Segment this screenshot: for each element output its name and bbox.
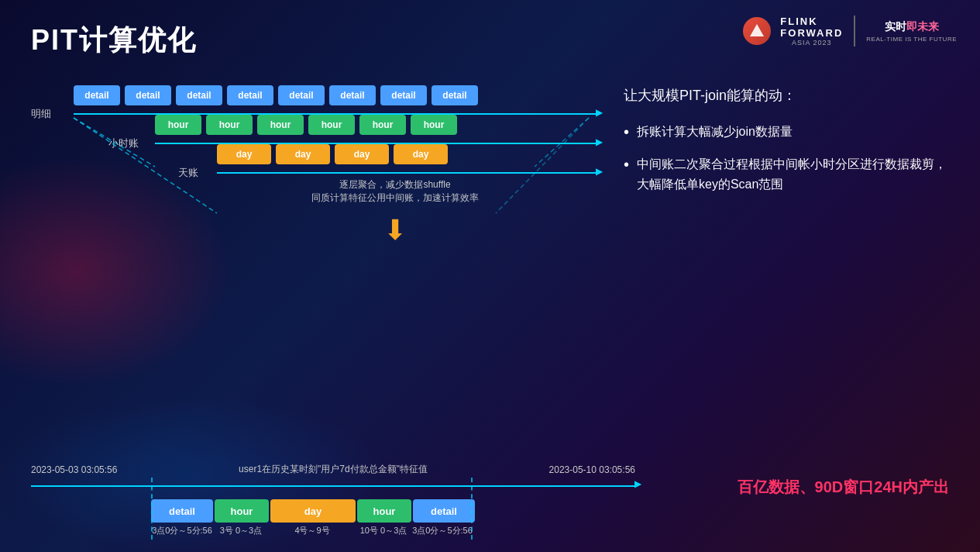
day-box-3: day: [335, 144, 389, 164]
bottom-section: 2023-05-03 03:05:56 user1在历史某时刻"用户7d付款总金…: [31, 463, 635, 536]
hour-box-3: hour: [257, 115, 304, 135]
logo-divider: [854, 16, 855, 47]
bullet-item-1: • 拆账计算大幅减少join数据量: [624, 122, 949, 142]
dashed-v-right: [471, 478, 473, 540]
detail-box-3: detail: [176, 85, 222, 105]
detail-box-5: detail: [278, 85, 325, 105]
right-panel-title: 让大规模PIT-join能算的动：: [624, 85, 949, 106]
down-arrow: ⬇: [186, 214, 604, 247]
bottom-box-day: day: [270, 499, 356, 523]
bottom-box-detail-1: detail: [151, 499, 213, 523]
realtime-cn-text: 实时即未来: [885, 20, 939, 34]
detail-box-row: detail detail detail detail detail detai…: [74, 85, 604, 105]
day-row: 天账 ▶ day day day day: [31, 144, 604, 164]
date-right: 2023-05-10 03:05:56: [549, 464, 635, 475]
bullet-text-1: 拆账计算大幅减少join数据量: [637, 122, 793, 142]
bullet-item-2: • 中间账二次聚合过程根据中间帐小时分区进行数据裁剪，大幅降低单key的Scan…: [624, 154, 949, 194]
detail-box-1: detail: [74, 85, 120, 105]
day-box-4: day: [394, 144, 448, 164]
hour-box-1: hour: [155, 115, 201, 135]
flink-text-block: FLINKFORWARD ASIA 2023: [780, 16, 843, 47]
timeline-desc-text: user1在历史某时刻"用户7d付款总金额"特征值: [239, 463, 428, 476]
bullet-dot-2: •: [624, 154, 629, 174]
bottom-box-hour-2: hour: [357, 499, 411, 523]
realtime-en-text: REAL-TIME IS THE FUTURE: [866, 36, 957, 43]
bottom-labels-row: 3点0分～5分:56 3号 0～3点 4号～9号 10号 0～3点 3点0分～5…: [151, 525, 635, 536]
detail-row: 明细 ▶ detail detail detail detail detail …: [31, 85, 604, 105]
highlight-text: 百亿数据、90D窗口24H内产出: [738, 477, 949, 498]
detail-box-6: detail: [329, 85, 376, 105]
hour-box-5: hour: [359, 115, 406, 135]
hour-row: 小时账 ▶ hour hour hour hour hour hour: [31, 115, 604, 135]
detail-box-2: detail: [125, 85, 171, 105]
day-box-2: day: [276, 144, 330, 164]
flink-sub-text: ASIA 2023: [792, 39, 832, 47]
bullet-text-2: 中间账二次聚合过程根据中间帐小时分区进行数据裁剪，大幅降低单key的Scan范围: [637, 154, 949, 194]
dashed-v-left: [151, 478, 153, 540]
sub-text-2: 同质计算特征公用中间账，加速计算效率: [186, 191, 604, 205]
bottom-label-5: 3点0分～5分:56: [411, 525, 473, 536]
bottom-box-detail-2: detail: [413, 499, 475, 523]
timeline-header: 2023-05-03 03:05:56 user1在历史某时刻"用户7d付款总金…: [31, 463, 635, 476]
bottom-arrow-line: ▶: [31, 485, 635, 487]
page-title: PIT计算优化: [31, 22, 197, 60]
detail-box-4: detail: [227, 85, 273, 105]
bottom-label-1: 3点0分～5分:56: [151, 525, 213, 536]
bottom-boxes-row: detail hour day hour detail: [151, 499, 635, 523]
flink-forward-text: FLINKFORWARD: [780, 16, 843, 39]
bottom-box-hour-1: hour: [215, 499, 269, 523]
detail-box-7: detail: [380, 85, 427, 105]
bottom-arrow-container: ▶: [31, 479, 635, 492]
bottom-label-4: 10号 0～3点: [356, 525, 411, 536]
realtime-block: 实时即未来 REAL-TIME IS THE FUTURE: [866, 20, 957, 43]
sub-text-block: 逐层聚合，减少数据shuffle 同质计算特征公用中间账，加速计算效率: [186, 178, 604, 205]
hour-box-6: hour: [411, 115, 457, 135]
hour-box-2: hour: [206, 115, 253, 135]
label-day: 天账: [178, 166, 198, 180]
day-arrow-line: ▶: [217, 172, 597, 174]
hour-box-row: hour hour hour hour hour hour: [155, 115, 604, 135]
bottom-label-3: 4号～9号: [269, 525, 356, 536]
logo-area: FLINKFORWARD ASIA 2023 实时即未来 REAL-TIME I…: [743, 16, 957, 47]
bottom-label-2: 3号 0～3点: [213, 525, 269, 536]
day-box-1: day: [217, 144, 271, 164]
hour-box-4: hour: [308, 115, 355, 135]
day-box-row: day day day day: [217, 144, 604, 164]
bullet-dot-1: •: [624, 122, 629, 142]
right-panel: 让大规模PIT-join能算的动： • 拆账计算大幅减少join数据量 • 中间…: [624, 85, 949, 206]
flink-logo-icon: [743, 17, 771, 45]
detail-box-8: detail: [432, 85, 478, 105]
sub-text-1: 逐层聚合，减少数据shuffle: [186, 178, 604, 191]
top-diagram: 明细 ▶ detail detail detail detail detail …: [31, 78, 604, 247]
date-left: 2023-05-03 03:05:56: [31, 464, 117, 475]
